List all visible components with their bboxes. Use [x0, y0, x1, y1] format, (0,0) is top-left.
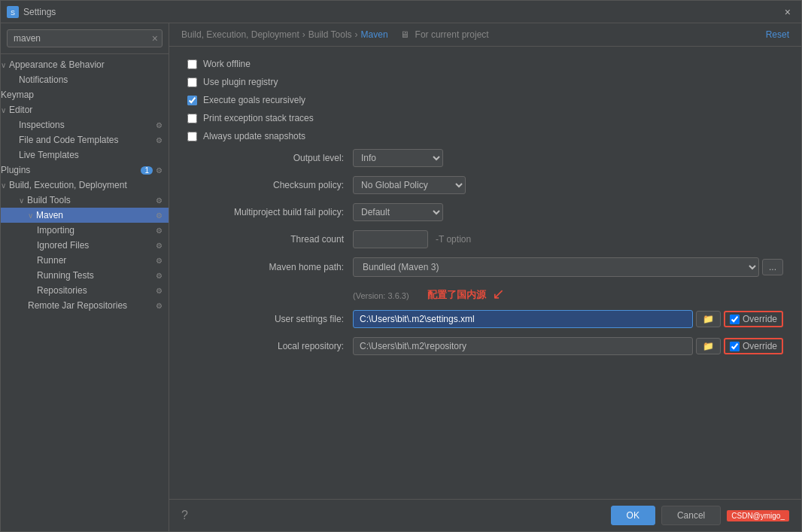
- collapse-arrow: ∨: [1, 181, 6, 190]
- thread-count-input[interactable]: [353, 230, 428, 248]
- sidebar-item-file-code-templates[interactable]: File and Code Templates ⚙: [1, 132, 169, 147]
- sidebar-item-label: Editor: [9, 105, 163, 115]
- sidebar-item-editor[interactable]: ∨ Editor: [1, 102, 169, 117]
- work-offline-label[interactable]: Work offline: [203, 59, 251, 69]
- ok-button[interactable]: OK: [611, 506, 655, 525]
- work-offline-checkbox[interactable]: [187, 59, 197, 69]
- thread-count-label: Thread count: [187, 234, 353, 245]
- local-repo-row: Local repository: 📁 Override: [187, 337, 783, 355]
- sidebar-item-label: Live Templates: [19, 150, 163, 160]
- main-panel: Build, Execution, Deployment › Build Too…: [169, 23, 801, 531]
- local-repo-override-checkbox[interactable]: [730, 342, 740, 351]
- cancel-button[interactable]: Cancel: [661, 506, 721, 525]
- sidebar-item-plugins[interactable]: Plugins 1 ⚙: [1, 163, 169, 178]
- checksum-policy-control: No Global Policy Warn Fail Ignore: [353, 176, 783, 194]
- user-settings-path-row: 📁: [353, 310, 721, 328]
- output-level-label: Output level:: [187, 153, 353, 163]
- sidebar-item-build-tools[interactable]: ∨ Build Tools ⚙: [1, 193, 169, 208]
- sidebar-item-running-tests[interactable]: Running Tests ⚙: [1, 268, 169, 283]
- search-box: ×: [1, 23, 169, 54]
- user-settings-folder-button[interactable]: 📁: [696, 311, 721, 327]
- local-repo-control: 📁 Override: [353, 337, 783, 355]
- execute-goals-row: Execute goals recursively: [187, 95, 783, 105]
- sidebar-item-inspections[interactable]: Inspections ⚙: [1, 117, 169, 132]
- user-settings-override-container: Override: [724, 311, 783, 327]
- print-exception-checkbox[interactable]: [187, 114, 197, 123]
- gear-icon: ⚙: [156, 226, 163, 235]
- search-input[interactable]: [7, 29, 163, 47]
- gear-icon: ⚙: [156, 136, 163, 144]
- sidebar-item-live-templates[interactable]: Live Templates: [1, 147, 169, 163]
- sidebar-item-appearance[interactable]: ∨ Appearance & Behavior: [1, 57, 169, 72]
- gear-icon: ⚙: [156, 272, 163, 280]
- breadcrumb-path: Build, Execution, Deployment › Build Too…: [181, 29, 489, 40]
- breadcrumb-separator: ›: [355, 29, 358, 40]
- sidebar-item-runner[interactable]: Runner ⚙: [1, 253, 169, 268]
- execute-goals-label[interactable]: Execute goals recursively: [203, 95, 305, 105]
- always-update-label[interactable]: Always update snapshots: [203, 131, 305, 141]
- sidebar-item-label: Maven: [36, 210, 153, 220]
- print-exception-label[interactable]: Print exception stack traces: [203, 113, 314, 123]
- sidebar: × ∨ Appearance & Behavior Notifications …: [1, 23, 169, 531]
- use-plugin-registry-checkbox[interactable]: [187, 78, 197, 87]
- thread-count-control: -T option: [353, 230, 783, 248]
- sidebar-item-build-exec-deploy[interactable]: ∨ Build, Execution, Deployment: [1, 178, 169, 193]
- sidebar-item-label: Build Tools: [27, 195, 153, 205]
- local-repo-folder-button[interactable]: 📁: [696, 338, 721, 354]
- sidebar-item-label: Notifications: [19, 74, 163, 85]
- sidebar-item-notifications[interactable]: Notifications: [1, 72, 169, 87]
- collapse-arrow: ∨: [1, 61, 6, 69]
- local-repo-input[interactable]: [353, 337, 693, 355]
- reset-button[interactable]: Reset: [766, 29, 789, 40]
- output-level-select[interactable]: Info Debug Verbose: [353, 149, 443, 167]
- gear-icon: ⚙: [156, 242, 163, 250]
- maven-version-text: (Version: 3.6.3): [353, 291, 409, 300]
- user-settings-override-label: Override: [743, 314, 777, 324]
- sidebar-item-keymap[interactable]: Keymap: [1, 87, 169, 102]
- gear-icon: ⚙: [156, 302, 163, 310]
- gear-icon: ⚙: [156, 121, 163, 129]
- sidebar-item-ignored-files[interactable]: Ignored Files ⚙: [1, 238, 169, 253]
- close-button[interactable]: ×: [780, 5, 795, 20]
- checksum-policy-select[interactable]: No Global Policy Warn Fail Ignore: [353, 176, 466, 194]
- breadcrumb: Build, Execution, Deployment › Build Too…: [169, 23, 801, 47]
- sidebar-item-importing[interactable]: Importing ⚙: [1, 223, 169, 238]
- work-offline-row: Work offline: [187, 59, 783, 69]
- print-exception-row: Print exception stack traces: [187, 113, 783, 123]
- maven-home-more-button[interactable]: ...: [762, 259, 783, 275]
- plugins-badge: 1: [141, 166, 153, 175]
- output-level-control: Info Debug Verbose: [353, 149, 783, 167]
- user-settings-input[interactable]: [353, 310, 693, 328]
- gear-icon: ⚙: [156, 211, 163, 220]
- local-repo-path-row: 📁: [353, 337, 721, 355]
- help-icon[interactable]: ?: [181, 509, 188, 521]
- title-bar: S Settings ×: [1, 1, 801, 23]
- search-clear-button[interactable]: ×: [152, 32, 158, 44]
- sidebar-item-remote-jar-repos[interactable]: Remote Jar Repositories ⚙: [1, 298, 169, 313]
- thread-count-row: Thread count -T option: [187, 230, 783, 248]
- sidebar-item-repositories[interactable]: Repositories ⚙: [1, 283, 169, 298]
- sidebar-item-label: Remote Jar Repositories: [28, 300, 153, 311]
- app-icon: S: [7, 6, 19, 18]
- execute-goals-checkbox[interactable]: [187, 96, 197, 105]
- t-option-label: -T option: [436, 234, 471, 245]
- settings-panel: Work offline Use plugin registry Execute…: [169, 47, 801, 499]
- sidebar-tree: ∨ Appearance & Behavior Notifications Ke…: [1, 54, 169, 531]
- maven-home-row: Maven home path: Bundled (Maven 3) ...: [187, 257, 783, 277]
- sidebar-item-maven[interactable]: ∨ Maven ⚙: [1, 208, 169, 223]
- window-title: Settings: [23, 7, 780, 17]
- sidebar-item-label: Plugins: [1, 165, 138, 175]
- breadcrumb-separator: ›: [302, 29, 305, 40]
- user-settings-override-checkbox[interactable]: [730, 315, 740, 324]
- multiproject-policy-label: Multiproject build fail policy:: [187, 207, 353, 217]
- maven-home-select[interactable]: Bundled (Maven 3): [353, 257, 759, 277]
- csdn-badge: CSDN@ymigo_: [727, 510, 789, 521]
- always-update-checkbox[interactable]: [187, 132, 197, 141]
- checksum-policy-label: Checksum policy:: [187, 180, 353, 190]
- always-update-row: Always update snapshots: [187, 131, 783, 141]
- use-plugin-registry-label[interactable]: Use plugin registry: [203, 77, 278, 87]
- settings-window: S Settings × × ∨ Appearance & Behavior N…: [0, 0, 802, 532]
- bottom-left: ?: [181, 509, 605, 522]
- breadcrumb-current: Maven: [361, 29, 388, 40]
- multiproject-policy-select[interactable]: Default Always Never AtEnd: [353, 203, 443, 221]
